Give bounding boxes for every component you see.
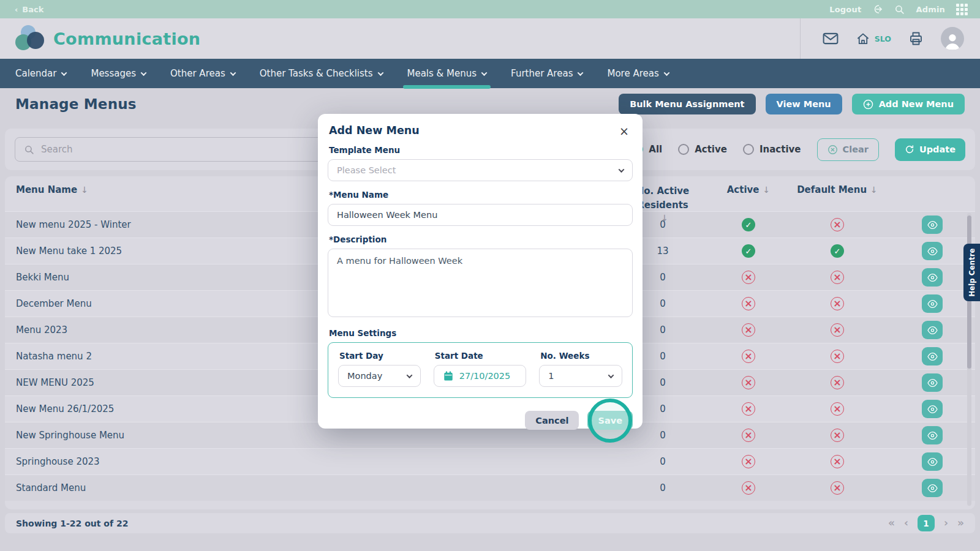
first-page-icon[interactable]: «: [888, 518, 895, 528]
start-date-value: 27/10/2025: [459, 371, 511, 381]
table-row[interactable]: Springhouse 2023 0: [5, 448, 975, 474]
active-status-icon: [742, 455, 755, 468]
view-row-button[interactable]: [922, 426, 943, 444]
nav-item-meals-menus[interactable]: Meals & Menus: [407, 59, 487, 88]
admin-menu[interactable]: Admin: [916, 5, 945, 14]
search-icon[interactable]: [894, 4, 905, 15]
start-date-picker[interactable]: 27/10/2025: [434, 365, 527, 387]
search-icon: [24, 144, 34, 155]
logout-icon[interactable]: [872, 4, 883, 15]
messages-envelope-icon[interactable]: [823, 32, 839, 45]
column-default-menu[interactable]: Default Menu↓: [785, 184, 889, 195]
nav-item-messages[interactable]: Messages: [91, 59, 146, 88]
cancel-button[interactable]: Cancel: [525, 411, 579, 430]
view-row-button[interactable]: [922, 242, 943, 260]
active-status-icon: [742, 218, 755, 231]
update-button[interactable]: Update: [895, 138, 965, 161]
menu-name-label: *Menu Name: [329, 190, 633, 200]
header-icons: SLO: [800, 18, 964, 59]
default-menu-status-icon: [831, 297, 844, 310]
calendar-icon: [443, 370, 454, 381]
column-active[interactable]: Active↓: [712, 184, 785, 195]
save-button[interactable]: Save: [587, 411, 633, 430]
nav-item-calendar[interactable]: Calendar: [15, 59, 66, 88]
nav-item-more-areas[interactable]: More Areas: [607, 59, 668, 88]
nav-item-other-tasks-checklists[interactable]: Other Tasks & Checklists: [260, 59, 383, 88]
modal-title: Add New Menu: [328, 124, 420, 137]
start-day-select[interactable]: Monday: [338, 365, 421, 387]
chevron-down-icon: [377, 70, 383, 76]
help-centre-tab[interactable]: Help Centre: [963, 244, 980, 301]
main-navigation: Calendar Messages Other Areas Other Task…: [0, 59, 980, 88]
home-site-selector[interactable]: SLO: [856, 32, 891, 46]
chevron-down-icon: [578, 70, 584, 76]
default-menu-status-icon: [831, 350, 844, 363]
description-label: *Description: [329, 234, 633, 244]
default-menu-status-icon: [831, 402, 844, 416]
radio-inactive[interactable]: Inactive: [743, 144, 801, 155]
user-avatar[interactable]: [941, 27, 964, 50]
view-row-button[interactable]: [922, 216, 943, 234]
eye-icon: [927, 247, 938, 256]
menu-name-input[interactable]: [337, 210, 624, 220]
next-page-icon[interactable]: ›: [944, 518, 948, 528]
last-page-icon[interactable]: »: [957, 518, 964, 528]
eye-icon: [927, 273, 938, 282]
page-title: Manage Menus: [15, 96, 137, 112]
view-row-button[interactable]: [922, 347, 943, 365]
app-title: Communication: [53, 29, 200, 48]
no-weeks-select[interactable]: 1: [539, 365, 622, 387]
menu-settings-group: Start Day Monday Start Date 27/10/2025 N…: [328, 342, 633, 398]
apps-grid-icon[interactable]: [956, 4, 968, 15]
clear-button[interactable]: Clear: [817, 138, 879, 161]
default-menu-status-icon: [831, 455, 844, 468]
description-textarea[interactable]: A menu for Halloween Week: [328, 249, 633, 317]
nav-item-other-areas[interactable]: Other Areas: [170, 59, 235, 88]
radio-dot: [678, 144, 689, 155]
current-page-button[interactable]: 1: [918, 515, 935, 531]
menu-name-cell: Standard Menu: [5, 482, 614, 493]
view-row-button[interactable]: [922, 479, 943, 497]
table-row[interactable]: Standard Menu 0: [5, 474, 975, 501]
view-row-button[interactable]: [922, 294, 943, 313]
view-row-button[interactable]: [922, 452, 943, 471]
menu-name-cell: Springhouse 2023: [5, 456, 614, 467]
view-menu-button[interactable]: View Menu: [766, 94, 842, 114]
back-button[interactable]: ‹ Back: [15, 5, 43, 14]
bulk-menu-assignment-button[interactable]: Bulk Menu Assignment: [619, 94, 755, 114]
eye-icon: [927, 405, 938, 414]
default-menu-status-icon: [831, 271, 844, 284]
default-menu-status-icon: [831, 481, 844, 495]
view-row-button[interactable]: [922, 321, 943, 339]
no-weeks-label: No. Weeks: [540, 351, 622, 361]
chevron-down-icon: [61, 70, 67, 76]
active-status-icon: [742, 376, 755, 389]
menu-name-field[interactable]: [328, 204, 633, 226]
active-status-icon: [742, 244, 755, 258]
active-residents-cell: 0: [614, 456, 712, 467]
menu-name-cell: New Springhouse Menu: [5, 430, 614, 441]
eye-icon: [927, 299, 938, 309]
template-menu-select[interactable]: Please Select: [328, 159, 633, 181]
nav-item-further-areas[interactable]: Further Areas: [511, 59, 582, 88]
add-new-menu-button[interactable]: Add New Menu: [852, 94, 965, 114]
view-row-button[interactable]: [922, 373, 943, 392]
sort-arrow-icon: ↓: [81, 185, 88, 195]
refresh-icon: [905, 144, 914, 154]
plus-circle-icon: [863, 99, 873, 110]
prev-page-icon[interactable]: ‹: [904, 518, 908, 528]
no-weeks-value: 1: [548, 371, 554, 381]
site-code-label: SLO: [875, 34, 891, 43]
default-menu-status-icon: [831, 376, 844, 389]
logout-link[interactable]: Logout: [829, 5, 861, 14]
start-day-value: Monday: [347, 371, 382, 381]
help-centre-label: Help Centre: [968, 248, 976, 296]
close-icon[interactable]: ×: [619, 126, 629, 137]
clear-circle-x-icon: [827, 144, 838, 155]
view-row-button[interactable]: [922, 268, 943, 287]
chevron-down-icon: [230, 70, 236, 76]
view-row-button[interactable]: [922, 400, 943, 418]
radio-active[interactable]: Active: [678, 144, 727, 155]
print-icon[interactable]: [908, 31, 924, 46]
eye-icon: [927, 220, 938, 230]
